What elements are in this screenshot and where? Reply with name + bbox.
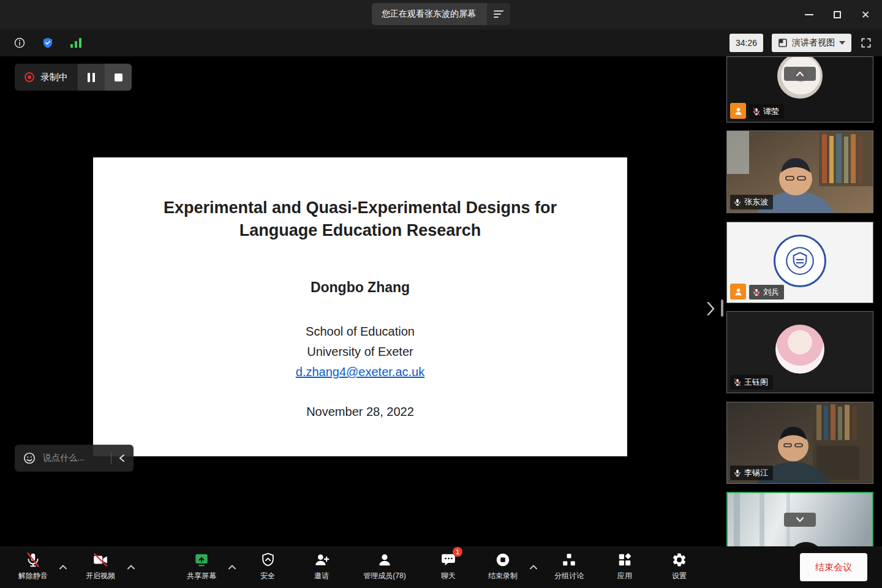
divider [111, 453, 111, 464]
participant-name: 张东波 [744, 197, 768, 208]
chat-unread-badge: 1 [453, 547, 462, 557]
share-screen-icon [194, 551, 209, 568]
invite-person-icon [314, 551, 330, 568]
recording-options-chevron[interactable] [530, 561, 537, 572]
stop-recording-button[interactable] [105, 64, 132, 91]
slide-title: Experimental and Quasi-Experimental Desi… [93, 197, 627, 242]
participant-name: 王钰阁 [744, 377, 768, 388]
start-video-label: 开启视频 [86, 571, 115, 581]
role-badge-icon [730, 103, 746, 119]
recording-dot-icon [24, 72, 34, 82]
viewing-banner-text: 您正在观看张东波的屏幕 [372, 9, 486, 20]
security-label: 安全 [260, 571, 275, 581]
info-icon [13, 37, 26, 49]
chevron-down-icon [839, 41, 845, 45]
banner-options-button[interactable] [486, 3, 510, 25]
minimize-button[interactable] [795, 0, 823, 29]
participant-tile-liubing[interactable]: 刘兵 [726, 222, 873, 303]
audio-options-chevron[interactable] [59, 561, 67, 572]
collapse-message-bar-button[interactable] [118, 454, 126, 462]
settings-label: 设置 [672, 571, 687, 581]
apps-button[interactable]: 应用 [599, 551, 650, 581]
mic-on-icon [733, 469, 742, 477]
mic-on-icon [733, 198, 742, 206]
video-options-chevron[interactable] [127, 561, 135, 572]
chevron-up-icon [127, 565, 135, 570]
participant-name: 刘兵 [763, 287, 779, 298]
maximize-icon [834, 11, 841, 18]
unmute-button[interactable]: 解除静音 [7, 551, 59, 581]
sidebar-collapse-handle[interactable] [704, 300, 717, 320]
view-mode-label: 演讲者视图 [792, 37, 835, 48]
breakout-rooms-label: 分组讨论 [554, 571, 584, 581]
university-logo [774, 235, 826, 287]
chevron-up-icon [796, 71, 804, 77]
gear-icon [671, 551, 687, 568]
chat-label: 聊天 [441, 571, 456, 581]
participant-tile-lixijiang[interactable]: 李锡江 [726, 402, 873, 484]
filter-lines-icon [494, 10, 503, 18]
meeting-window: 您正在观看张东波的屏幕 ✕ [0, 0, 882, 588]
breakout-rooms-icon [561, 551, 577, 568]
security-status-button[interactable] [42, 36, 54, 50]
participant-nametag: 王钰阁 [730, 375, 773, 390]
scroll-down-button[interactable] [784, 513, 816, 527]
window-controls: ✕ [795, 0, 880, 29]
mic-muted-icon [733, 378, 742, 386]
shield-icon [42, 36, 54, 50]
mic-muted-icon [25, 551, 41, 568]
fullscreen-button[interactable] [860, 37, 872, 49]
presentation-slide: Experimental and Quasi-Experimental Desi… [93, 157, 627, 456]
chevron-down-icon [796, 517, 804, 522]
maximize-button[interactable] [823, 0, 851, 29]
sidebar-scrollbar-thumb[interactable] [721, 300, 723, 317]
view-mode-selector[interactable]: 演讲者视图 [772, 34, 851, 52]
avatar [775, 325, 824, 374]
smiley-icon [23, 451, 36, 465]
invite-button[interactable]: 邀请 [296, 551, 347, 581]
pause-icon [88, 73, 90, 82]
start-video-button[interactable]: 开启视频 [75, 551, 126, 581]
pause-recording-button[interactable] [78, 64, 105, 91]
recording-status: 录制中 [15, 64, 78, 91]
chat-button[interactable]: 1 聊天 [423, 551, 474, 581]
message-input[interactable]: 说点什么... [43, 453, 104, 464]
security-button[interactable]: 安全 [242, 551, 293, 581]
role-badge-icon [730, 284, 746, 300]
meeting-info-button[interactable] [13, 37, 26, 49]
participant-nametag: 李锡江 [730, 466, 773, 480]
signal-bars-icon [70, 37, 82, 48]
participant-nametag: 张东波 [730, 195, 773, 209]
manage-members-button[interactable]: 管理成员(78) [355, 551, 414, 581]
settings-button[interactable]: 设置 [654, 551, 705, 581]
participant-tile-tanying[interactable]: 谭莹 [726, 56, 873, 123]
participant-tile-wangyuge[interactable]: 王钰阁 [726, 311, 873, 393]
participant-tile-zhangdongbo[interactable]: 张东波 [726, 130, 873, 213]
recording-label: 录制中 [40, 72, 68, 83]
scroll-up-button[interactable] [784, 67, 816, 81]
end-meeting-button[interactable]: 结束会议 [800, 553, 867, 581]
chevron-up-icon [228, 565, 236, 570]
mic-muted-icon [752, 288, 761, 296]
mic-muted-icon [752, 107, 761, 116]
share-screen-button[interactable]: 共享屏幕 [176, 551, 227, 581]
emoji-button[interactable] [23, 451, 36, 465]
participant-tile-active-speaker[interactable] [726, 492, 873, 546]
invite-label: 邀请 [314, 571, 329, 581]
network-status-button[interactable] [70, 37, 82, 48]
participant-name: 李锡江 [744, 467, 768, 478]
fullscreen-icon [860, 37, 872, 49]
topbar-status-icons [0, 36, 82, 50]
viewing-banner: 您正在观看张东波的屏幕 [372, 3, 510, 25]
apps-grid-icon [617, 551, 633, 568]
breakout-rooms-button[interactable]: 分组讨论 [543, 551, 595, 581]
share-options-chevron[interactable] [228, 561, 236, 572]
members-person-icon [377, 551, 393, 568]
participant-nametag: 刘兵 [749, 285, 784, 300]
slide-affiliation: School of Education University of Exeter… [93, 322, 627, 382]
close-button[interactable]: ✕ [851, 0, 880, 29]
stop-recording-toolbar-button[interactable]: 结束录制 [477, 551, 529, 581]
apps-label: 应用 [617, 571, 632, 581]
bottom-toolbar: 解除静音 开启视频 [0, 546, 882, 588]
emblem-icon [782, 243, 818, 279]
